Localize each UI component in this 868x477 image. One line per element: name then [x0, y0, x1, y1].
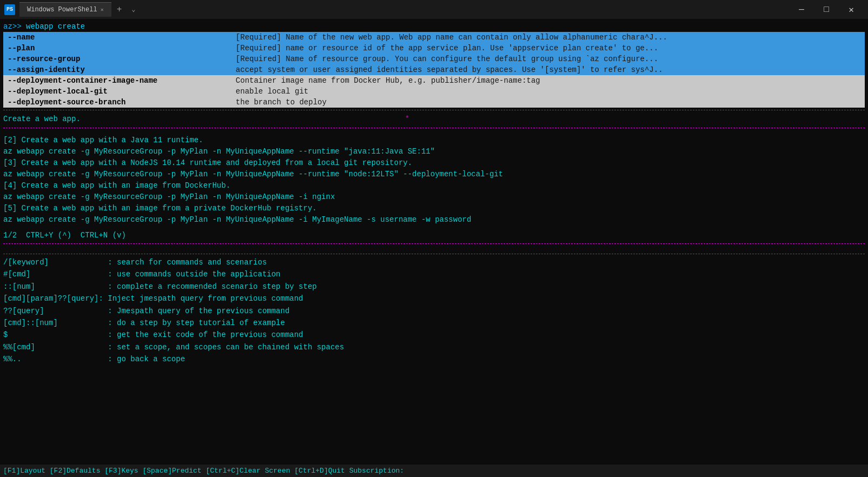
autocomplete-row[interactable]: --assign-identityaccept system or user a…	[3, 64, 865, 75]
tab-close-icon[interactable]: ✕	[101, 6, 104, 13]
spacer	[3, 246, 865, 251]
autocomplete-param: --plan	[3, 43, 231, 54]
content-line: [3] Create a web app with a NodeJS 10.14…	[3, 157, 865, 169]
content-line	[3, 130, 865, 135]
content-line: az webapp create -g MyResourceGroup -p M…	[3, 214, 865, 226]
autocomplete-desc: Container image name from Docker Hub, e.…	[231, 75, 865, 86]
section-header: Create a web app. *	[3, 112, 865, 125]
help-line: $ : get the exit code of the previous co…	[3, 329, 865, 341]
autocomplete-row[interactable]: --deployment-source-branchthe branch to …	[3, 97, 865, 108]
help-line: %%[cmd] : set a scope, and scopes can be…	[3, 341, 865, 353]
close-button[interactable]: ✕	[839, 0, 864, 19]
help-section: /[keyword] : search for commands and sce…	[3, 256, 865, 366]
help-line: /[keyword] : search for commands and sce…	[3, 256, 865, 268]
prompt-command: webapp create	[22, 22, 85, 31]
divider-top	[3, 110, 865, 110]
autocomplete-param: --assign-identity	[3, 64, 231, 75]
help-line: ??[query] : Jmespath query of the previo…	[3, 305, 865, 317]
autocomplete-row[interactable]: --name[Required] Name of the new web app…	[3, 32, 865, 43]
help-line: ::[num] : complete a recommended scenari…	[3, 281, 865, 293]
autocomplete-desc: enable local git	[231, 86, 865, 97]
autocomplete-param: --deployment-source-branch	[3, 97, 231, 108]
divider-before-help	[3, 254, 865, 254]
maximize-button[interactable]: □	[814, 0, 839, 19]
autocomplete-desc: the branch to deploy	[231, 97, 865, 108]
app-icon: PS	[4, 4, 15, 15]
titlebar: PS Windows PowerShell ✕ + ⌄ — □ ✕	[0, 0, 868, 19]
content-line: [4] Create a web app with an image from …	[3, 180, 865, 191]
help-line: %%.. : go back a scope	[3, 353, 865, 365]
autocomplete-param: --deployment-container-image-name	[3, 75, 231, 86]
content-line: [2] Create a web app with a Java 11 runt…	[3, 135, 865, 146]
asterisk-symbol: *	[405, 115, 409, 123]
content-line	[3, 226, 865, 230]
autocomplete-param: --deployment-local-git	[3, 86, 231, 97]
autocomplete-desc: [Required] Name of the new web app. Web …	[231, 32, 865, 43]
terminal-area[interactable]: az>> webapp create --name[Required] Name…	[0, 19, 868, 477]
app-icon-label: PS	[6, 6, 13, 12]
window-controls: — □ ✕	[789, 0, 864, 19]
tab-add-button[interactable]: +	[111, 3, 128, 17]
autocomplete-param: --resource-group	[3, 54, 231, 64]
autocomplete-desc: [Required] name or resource id of the ap…	[231, 43, 865, 54]
tab-powershell[interactable]: Windows PowerShell ✕	[19, 2, 111, 17]
content-area: [2] Create a web app with a Java 11 runt…	[3, 130, 865, 241]
section-title-text: Create a web app.	[3, 115, 81, 123]
content-line: 1/2 CTRL+Y (^) CTRL+N (v)	[3, 230, 865, 241]
help-line: [cmd][param]??[query]: Inject jmespath q…	[3, 293, 865, 304]
minimize-button[interactable]: —	[789, 0, 814, 19]
autocomplete-desc: accept system or user assigned identitie…	[231, 64, 865, 75]
help-line: #[cmd] : use commands outside the applic…	[3, 268, 865, 280]
prompt-prefix: az>>	[3, 22, 22, 31]
content-line: az webapp create -g MyResourceGroup -p M…	[3, 169, 865, 180]
autocomplete-desc: [Required] Name of resource group. You c…	[231, 54, 865, 64]
footer-bar: [F1]Layout [F2]Defaults [F3]Keys [Space]…	[0, 465, 868, 477]
autocomplete-param: --name	[3, 32, 231, 43]
content-line: az webapp create -g MyResourceGroup -p M…	[3, 191, 865, 203]
autocomplete-row[interactable]: --resource-group[Required] Name of resou…	[3, 54, 865, 64]
autocomplete-row[interactable]: --deployment-container-image-nameContain…	[3, 75, 865, 86]
tab-dropdown-button[interactable]: ⌄	[127, 3, 140, 16]
autocomplete-row[interactable]: --plan[Required] name or resource id of …	[3, 43, 865, 54]
divider-after-title	[3, 128, 865, 128]
autocomplete-dropdown[interactable]: --name[Required] Name of the new web app…	[3, 32, 865, 108]
prompt-line: az>> webapp create	[3, 22, 865, 31]
divider-mid	[3, 243, 865, 244]
content-line: [5] Create a web app with an image from …	[3, 203, 865, 214]
content-line: az webapp create -g MyResourceGroup -p M…	[3, 146, 865, 157]
autocomplete-row[interactable]: --deployment-local-gitenable local git	[3, 86, 865, 97]
help-line: [cmd]::[num] : do a step by step tutoria…	[3, 317, 865, 329]
tab-area: Windows PowerShell ✕ + ⌄	[19, 2, 140, 17]
tab-label: Windows PowerShell	[27, 6, 97, 14]
